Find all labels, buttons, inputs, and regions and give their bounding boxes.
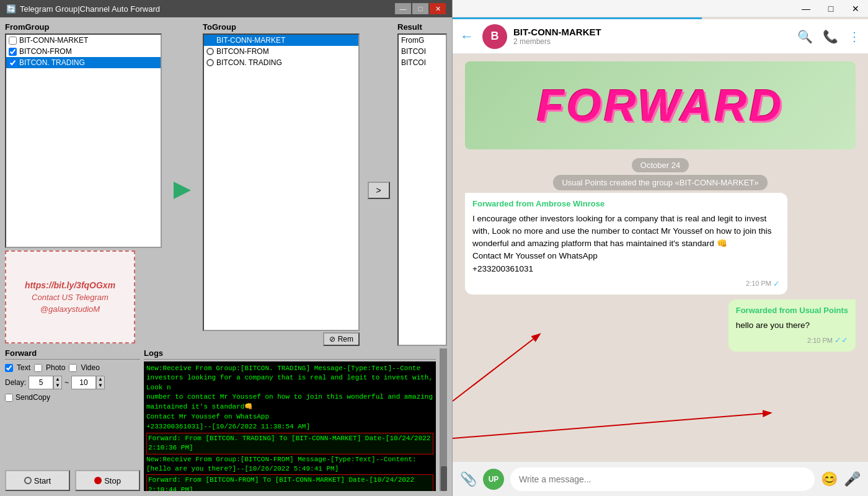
input-avatar: UP [483, 469, 504, 490]
chat-name: BIT-CONN-MARKET [513, 27, 791, 37]
result-item-0: FromG [399, 35, 446, 46]
logs-panel: Logs New:Receive From Group:[BITCON. TRA… [144, 348, 436, 491]
start-label: Start [34, 476, 51, 485]
forward-label: Forward [5, 348, 140, 360]
app-content: FromGroup BIT-CONN-MARKET BITCON-FROM BI… [0, 17, 452, 496]
send-copy-label: SendCopy [16, 393, 50, 402]
message-time-0: 2:10 PM ✓ [472, 278, 780, 290]
tilde: ~ [64, 378, 69, 387]
date-badge: October 24 [465, 159, 856, 170]
video-checkbox[interactable] [69, 364, 77, 372]
delay-min-spinner[interactable]: ▲ ▼ [29, 376, 62, 389]
check-icon-0: ✓ [773, 278, 780, 290]
result-panel: Result FromG BITCOI BITCOI [397, 22, 447, 346]
from-group-item-0[interactable]: BIT-CONN-MARKET [6, 35, 161, 46]
back-button[interactable]: ← [460, 29, 474, 45]
delay-max-input[interactable] [71, 376, 96, 389]
add-btn-panel: > [365, 22, 392, 346]
from-group-checkbox-0[interactable] [9, 37, 17, 45]
to-group-item-0[interactable]: BIT-CONN-MARKET [204, 35, 358, 46]
attach-icon[interactable]: 📎 [460, 471, 477, 487]
delay-min-input[interactable] [29, 376, 53, 389]
delay-max-spinner[interactable]: ▲ ▼ [71, 376, 105, 389]
tg-maximize-button[interactable]: □ [818, 0, 843, 17]
from-group-checkbox-2[interactable] [9, 59, 17, 67]
minimize-button[interactable]: — [395, 3, 411, 14]
telegram-window-controls: — □ ✕ [794, 0, 868, 17]
chat-avatar: B [482, 24, 507, 49]
avatar-letter: B [491, 30, 499, 43]
to-group-label: ToGroup [203, 22, 360, 32]
delay-max-spinner-controls: ▲ ▼ [96, 376, 105, 389]
search-icon[interactable]: 🔍 [797, 29, 813, 44]
forward-from-1: Forwarded from Usual Points [736, 304, 848, 317]
message-time-1: 2:10 PM ✓✓ [736, 334, 848, 347]
result-item-name-2: BITCOI [401, 58, 426, 67]
add-button[interactable]: > [368, 182, 390, 199]
to-group-radio-2 [206, 59, 214, 66]
delay-max-up[interactable]: ▲ [97, 376, 104, 383]
result-listbox: FromG BITCOI BITCOI [397, 33, 447, 346]
forward-title: FORWARD [477, 80, 843, 131]
action-buttons: Start Stop [5, 470, 140, 491]
to-group-listbox[interactable]: BIT-CONN-MARKET BITCON-FROM BITCON. TRAD… [203, 33, 360, 331]
from-group-checkbox-1[interactable] [9, 48, 17, 56]
result-item-name-1: BITCOI [401, 47, 426, 56]
delay-row: Delay: ▲ ▼ ~ ▲ ▼ [5, 376, 140, 389]
tg-minimize-button[interactable]: — [794, 0, 818, 17]
start-button[interactable]: Start [5, 470, 70, 491]
from-group-item-name-0: BIT-CONN-MARKET [19, 36, 88, 45]
log-line-1: Contact Mr Youssef on WhatsApp [146, 412, 433, 422]
delay-min-up[interactable]: ▲ [54, 376, 61, 383]
from-group-item-name-2: BITCON. TRADING [19, 58, 85, 67]
emoji-icon[interactable]: 😊 [821, 471, 838, 487]
to-group-item-1[interactable]: BITCON-FROM [204, 46, 358, 57]
from-group-item-1[interactable]: BITCON-FROM [6, 46, 161, 57]
microphone-icon[interactable]: 🎤 [844, 471, 861, 487]
message-bubble-1: Forwarded from Usual Points hello are yo… [728, 299, 856, 351]
result-label: Result [397, 22, 447, 32]
time-text-1: 2:10 PM [807, 335, 833, 346]
delay-min-down[interactable]: ▼ [54, 383, 61, 389]
video-label: Video [81, 363, 99, 372]
logs-content[interactable]: New:Receive From Group:[BITCON. TRADING]… [144, 361, 436, 491]
call-icon[interactable]: 📞 [823, 29, 838, 44]
message-row-1: Forwarded from Usual Points hello are yo… [465, 299, 856, 351]
telegram-header: ← B BIT-CONN-MARKET 2 members 🔍 📞 ⋮ [453, 19, 868, 54]
more-icon[interactable]: ⋮ [848, 29, 861, 44]
app-icon: 🔄 [6, 4, 16, 14]
start-circle-icon [24, 477, 32, 484]
app-titlebar: 🔄 Telegram Group|Channel Auto Forward — … [0, 0, 452, 17]
chat-members: 2 members [513, 37, 791, 46]
input-avatar-text: UP [489, 475, 499, 484]
logs-label: Logs [144, 348, 436, 360]
log-line-2: +233200361031]--[10/26/2022 11:38:54 AM] [146, 422, 433, 432]
stop-button[interactable]: Stop [75, 470, 140, 491]
scrollbar-thumb[interactable] [441, 466, 447, 491]
delay-max-down[interactable]: ▼ [97, 383, 104, 389]
message-input[interactable] [510, 467, 815, 491]
remove-button[interactable]: ⊘ Rem [323, 332, 360, 346]
maximize-button[interactable]: □ [412, 3, 428, 14]
delay-label: Delay: [5, 378, 26, 387]
result-item-name-0: FromG [401, 36, 424, 45]
from-group-item-name-1: BITCON-FROM [19, 47, 72, 56]
photo-checkbox[interactable] [34, 364, 42, 372]
logs-scrollbar[interactable] [440, 348, 447, 491]
close-button[interactable]: ✕ [430, 3, 446, 14]
to-group-item-name-0: BIT-CONN-MARKET [216, 36, 285, 45]
groups-row: FromGroup BIT-CONN-MARKET BITCON-FROM BI… [5, 22, 447, 346]
from-group-listbox[interactable]: BIT-CONN-MARKET BITCON-FROM BITCON. TRAD… [5, 33, 162, 248]
send-copy-checkbox[interactable] [5, 394, 13, 402]
message-text-1: hello are you there? [736, 319, 848, 332]
chat-background: FORWARD October 24 Usual Points created … [453, 54, 868, 461]
date-badge-text: October 24 [632, 158, 689, 172]
text-checkbox[interactable] [5, 364, 13, 372]
tg-close-button[interactable]: ✕ [843, 0, 868, 17]
window-controls: — □ ✕ [395, 3, 446, 14]
from-group-label: FromGroup [5, 22, 162, 32]
to-group-item-2[interactable]: BITCON. TRADING [204, 57, 358, 68]
send-copy-row: SendCopy [5, 393, 140, 402]
from-group-item-2[interactable]: BITCON. TRADING [6, 57, 161, 68]
left-panel: 🔄 Telegram Group|Channel Auto Forward — … [0, 0, 453, 496]
